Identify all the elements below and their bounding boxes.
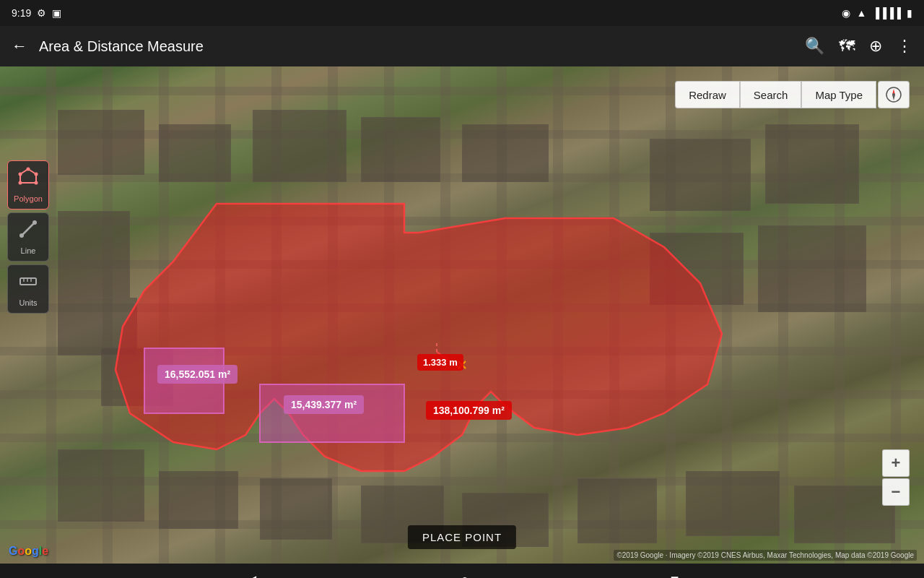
city-block (462, 124, 549, 182)
svg-point-12 (27, 168, 30, 171)
svg-point-16 (19, 173, 22, 176)
compass-button[interactable] (878, 81, 910, 108)
city-block (758, 225, 866, 312)
signal-icon: ▐▐▐▐ (872, 7, 901, 19)
zoom-in-button[interactable]: + (882, 449, 910, 477)
polygon-icon (18, 167, 38, 191)
units-tool-label: Units (19, 298, 37, 307)
city-block (101, 348, 173, 406)
wifi-icon: ▲ (856, 7, 866, 19)
place-point-bar: PLACE POINT (408, 525, 516, 549)
polygon-tool[interactable]: Polygon (7, 160, 49, 210)
city-block (578, 478, 657, 543)
search-action-icon[interactable]: 🔍 (805, 37, 824, 56)
nav-bar: ◄ ● ■ (0, 564, 924, 578)
app-bar-title: Area & Distance Measure (39, 38, 793, 55)
svg-point-19 (32, 220, 37, 225)
search-button[interactable]: Search (740, 81, 802, 108)
line-tool[interactable]: Line (7, 212, 49, 262)
location-icon: ◉ (842, 7, 850, 19)
google-logo: Google (9, 545, 48, 558)
svg-point-13 (35, 173, 38, 176)
nav-recents-button[interactable]: ■ (671, 571, 679, 579)
map-layers-icon[interactable]: 🗺 (839, 37, 855, 56)
settings-icon: ⚙ (37, 7, 46, 19)
battery-icon: ▮ (907, 7, 912, 19)
svg-rect-20 (20, 278, 36, 285)
city-block (650, 233, 744, 305)
city-block (58, 449, 144, 522)
city-block (58, 110, 144, 175)
city-block (253, 110, 346, 182)
city-block (260, 478, 332, 540)
svg-point-14 (35, 181, 38, 185)
zoom-in-icon[interactable]: ⊕ (869, 37, 882, 56)
back-button[interactable]: ← (12, 37, 27, 56)
nav-back-button[interactable]: ◄ (245, 571, 259, 579)
svg-point-15 (19, 181, 22, 185)
app-bar-actions: 🔍 🗺 ⊕ ⋮ (805, 37, 912, 56)
units-tool[interactable]: Units (7, 264, 49, 314)
map-toolbar: Redraw Search Map Type (675, 81, 910, 108)
city-block (58, 211, 130, 298)
svg-marker-11 (20, 169, 36, 183)
city-block (650, 139, 751, 211)
polygon-tool-label: Polygon (14, 194, 43, 203)
svg-point-18 (19, 233, 24, 238)
redraw-button[interactable]: Redraw (675, 81, 740, 108)
more-vert-icon[interactable]: ⋮ (897, 37, 912, 56)
status-bar: 9:19 ⚙ ▣ ◉ ▲ ▐▐▐▐ ▮ (0, 0, 924, 26)
ruler-icon (18, 271, 38, 296)
line-tool-label: Line (21, 246, 36, 255)
city-block (686, 471, 780, 536)
map-attribution: ©2019 Google · Imagery ©2019 CNES Airbus… (614, 550, 917, 561)
battery-monitor-icon: ▣ (52, 7, 61, 19)
city-block (794, 486, 895, 543)
zoom-controls: + − (882, 449, 910, 506)
left-tools: Polygon Line Unit (7, 160, 49, 314)
map-container[interactable]: Redraw Search Map Type (0, 66, 924, 564)
map-type-button[interactable]: Map Type (801, 81, 876, 108)
city-block (159, 124, 231, 182)
line-icon (18, 219, 38, 243)
svg-point-10 (892, 93, 895, 96)
city-block (765, 124, 859, 204)
nav-home-button[interactable]: ● (461, 571, 469, 579)
city-block (159, 471, 238, 529)
zoom-out-button[interactable]: − (882, 478, 910, 506)
city-block (361, 117, 440, 182)
city-block (58, 298, 137, 355)
time-display: 9:19 (12, 7, 31, 19)
app-bar: ← Area & Distance Measure 🔍 🗺 ⊕ ⋮ (0, 26, 924, 66)
status-right: ◉ ▲ ▐▐▐▐ ▮ (842, 7, 912, 19)
status-left: 9:19 ⚙ ▣ (12, 7, 61, 19)
svg-line-17 (22, 223, 35, 236)
